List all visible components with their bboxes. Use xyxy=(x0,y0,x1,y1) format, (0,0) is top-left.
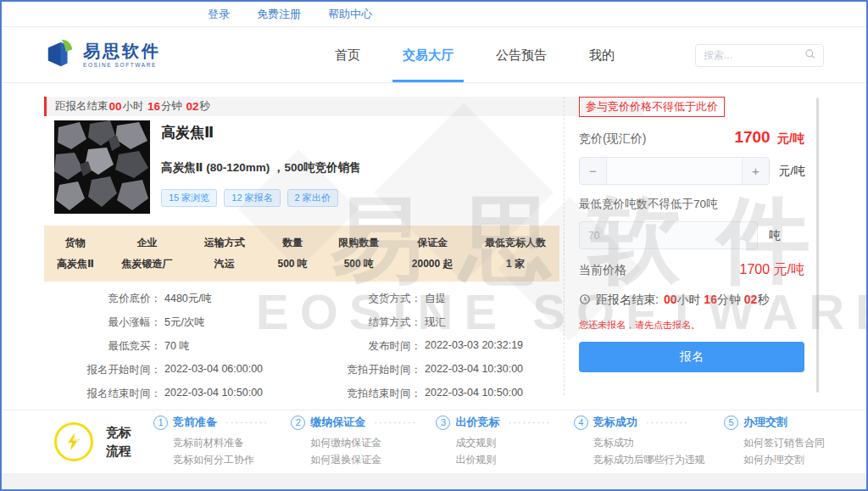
help-center-link[interactable]: 帮助中心 xyxy=(328,7,372,22)
step-link[interactable]: 如何缴纳保证金 xyxy=(310,435,417,452)
summary-purchase-limit: 限购数量 500 吨 xyxy=(324,236,394,271)
summary-enterprise: 企业 焦炭锻造厂 xyxy=(107,236,188,271)
bid-price-value: 1700 xyxy=(734,128,770,146)
product-title: 高炭焦Ⅱ xyxy=(161,123,360,142)
brand-logo-icon xyxy=(44,37,76,73)
search-icon[interactable] xyxy=(804,47,815,63)
stepper-increase-button[interactable]: + xyxy=(742,158,769,184)
current-price-row: 当前价格 1700 元/吨 xyxy=(579,261,804,279)
step-link[interactable]: 成交规则 xyxy=(455,435,554,452)
min-price-notice: 参与竞价价格不得低于此价 xyxy=(579,97,725,117)
summary-min-bidders: 最低竞标人数 1 家 xyxy=(471,236,559,271)
step-dots: ········· xyxy=(374,417,417,427)
step-title[interactable]: 出价竞标 xyxy=(455,415,499,430)
detail-delivery-method: 交货方式： 自提 xyxy=(315,292,563,306)
detail-floor-price: 竞价底价： 4480元/吨 xyxy=(44,292,315,306)
auction-summary-strip: 货物 高炭焦Ⅱ 企业 焦炭锻造厂 运输方式 汽运 数量 500 吨 限购数量 5… xyxy=(44,226,559,282)
tonnage-input-row: 吨 xyxy=(579,221,818,249)
tonnage-input[interactable] xyxy=(579,221,758,249)
signups-badge[interactable]: 12 家报名 xyxy=(224,189,280,207)
detail-min-purchase: 最低竞买： 70 吨 xyxy=(44,339,315,354)
main-nav: 首页 交易大厅 公告预告 我的 xyxy=(335,28,615,82)
lightning-icon xyxy=(54,422,93,461)
summary-transport: 运输方式 汽运 xyxy=(187,236,261,271)
step-number-badge: 5 xyxy=(724,416,738,430)
bidders-badge[interactable]: 2 家出价 xyxy=(287,189,338,207)
step-title[interactable]: 竞标成功 xyxy=(593,415,637,430)
countdown-minutes: 16 xyxy=(147,100,161,113)
views-badge[interactable]: 15 家浏览 xyxy=(161,189,217,207)
step-link[interactable]: 竞标成功后哪些行为违规 xyxy=(593,452,705,469)
bid-price-unit: 元/吨 xyxy=(777,131,804,145)
process-steps: 1 竞前准备 ········· 竞标前材料准备 竞标如何分工协作 2 缴纳保证… xyxy=(153,415,843,469)
step-link[interactable]: 竞标前材料准备 xyxy=(173,435,272,452)
panel-countdown-minutes: 16 xyxy=(704,293,717,306)
detail-min-increment: 最小涨幅： 5元/次吨 xyxy=(44,315,315,330)
tonnage-unit-label: 吨 xyxy=(769,228,781,243)
step-number-badge: 2 xyxy=(291,416,305,430)
register-link[interactable]: 免费注册 xyxy=(257,7,301,22)
step-title[interactable]: 办理交割 xyxy=(743,415,787,430)
bidding-process-section: 竞标 流程 1 竞前准备 ········· 竞标前材料准备 竞标如何分工协作 … xyxy=(2,410,866,473)
brand-name: 易思软件 xyxy=(83,42,161,60)
search-box[interactable] xyxy=(695,44,824,67)
countdown-seconds: 02 xyxy=(186,100,200,113)
product-stats: 15 家浏览 12 家报名 2 家出价 xyxy=(161,189,360,207)
process-step-4: 4 竞标成功 ········· 竞标成功 竞标成功后哪些行为违规 xyxy=(574,415,705,469)
step-link[interactable]: 如何签订销售合同 xyxy=(743,435,843,452)
product-description: 高炭焦Ⅱ (80-120mm) ，500吨竞价销售 xyxy=(161,160,360,176)
not-signed-up-warning: 您还未报名，请先点击报名。 xyxy=(579,319,818,332)
bid-panel: 参与竞价价格不得低于此价 竞价(现汇价) 1700 元/吨 − + 元/吨 最低… xyxy=(564,97,818,395)
detail-publish-time: 发布时间： 2022-03-03 20:32:19 xyxy=(315,339,563,354)
search-input[interactable] xyxy=(704,49,804,61)
step-link[interactable]: 如何办理交割 xyxy=(743,452,843,469)
details-left-column: 竞价底价： 4480元/吨 最小涨幅： 5元/次吨 最低竞买： 70 吨 报名开… xyxy=(44,292,315,401)
step-link[interactable]: 出价规则 xyxy=(455,452,554,469)
detail-signup-start: 报名开始时间： 2022-03-04 06:00:00 xyxy=(44,363,315,377)
panel-countdown-hours: 00 xyxy=(664,293,677,306)
step-number-badge: 1 xyxy=(153,416,168,430)
bid-price-row: 竞价(现汇价) 1700 元/吨 xyxy=(579,128,804,147)
min-tonnage-hint: 最低竞价吨数不得低于70吨 xyxy=(579,197,818,212)
step-title[interactable]: 竞前准备 xyxy=(173,415,217,430)
step-dots: ········· xyxy=(646,417,689,427)
product-info: 高炭焦Ⅱ 高炭焦Ⅱ (80-120mm) ，500吨竞价销售 15 家浏览 12… xyxy=(161,123,360,207)
product-image xyxy=(54,120,150,214)
bid-price-label: 竞价(现汇价) xyxy=(579,131,646,147)
step-link[interactable]: 竞标如何分工协作 xyxy=(173,452,272,469)
step-dots: ········· xyxy=(508,417,551,427)
nav-home[interactable]: 首页 xyxy=(335,28,360,82)
step-number-badge: 3 xyxy=(436,416,450,430)
auction-details: 竞价底价： 4480元/吨 最小涨幅： 5元/次吨 最低竞买： 70 吨 报名开… xyxy=(44,292,563,401)
countdown-hours: 00 xyxy=(108,100,123,113)
clock-icon xyxy=(579,293,591,308)
panel-countdown: 距报名结束: 00小时 16分钟 02秒 xyxy=(579,293,818,308)
process-step-1: 1 竞前准备 ········· 竞标前材料准备 竞标如何分工协作 xyxy=(153,415,272,469)
process-step-3: 3 出价竞标 ········· 成交规则 出价规则 xyxy=(436,415,554,469)
stepper-decrease-button[interactable]: − xyxy=(580,158,607,184)
nav-trading-hall[interactable]: 交易大厅 xyxy=(403,28,453,82)
summary-quantity: 数量 500 吨 xyxy=(261,236,324,271)
step-title[interactable]: 缴纳保证金 xyxy=(310,415,365,430)
signup-button[interactable]: 报名 xyxy=(579,342,804,372)
panel-countdown-seconds: 02 xyxy=(744,293,758,306)
details-right-column: 交货方式： 自提 结算方式： 现汇 发布时间： 2022-03-03 20:32… xyxy=(315,292,563,401)
price-stepper: − + xyxy=(579,157,770,185)
nav-announcements[interactable]: 公告预告 xyxy=(496,28,547,82)
step-dots: ········· xyxy=(225,417,269,427)
brand-logo[interactable]: 易思软件 EOSINE SOFTWARE xyxy=(44,28,161,82)
step-link[interactable]: 竞标成功 xyxy=(593,435,705,452)
footer-strip xyxy=(2,473,866,491)
bid-price-input[interactable] xyxy=(607,158,742,184)
main-content: 距报名结束 00 小时 16 分钟 02 秒 xyxy=(2,82,866,410)
step-link[interactable]: 如何退换保证金 xyxy=(310,452,417,469)
detail-auction-end: 竞拍结束时间： 2022-03-04 10:50:00 xyxy=(315,387,563,401)
scrollbar[interactable] xyxy=(816,98,819,393)
process-title: 竞标 流程 xyxy=(106,423,131,460)
detail-settlement-method: 结算方式： 现汇 xyxy=(315,315,563,330)
login-link[interactable]: 登录 xyxy=(208,7,230,22)
summary-goods: 货物 高炭焦Ⅱ xyxy=(44,236,107,271)
detail-signup-end: 报名结束时间： 2022-03-04 10:50:00 xyxy=(44,387,315,401)
nav-mine[interactable]: 我的 xyxy=(589,28,615,82)
stepper-unit-label: 元/吨 xyxy=(779,164,805,179)
